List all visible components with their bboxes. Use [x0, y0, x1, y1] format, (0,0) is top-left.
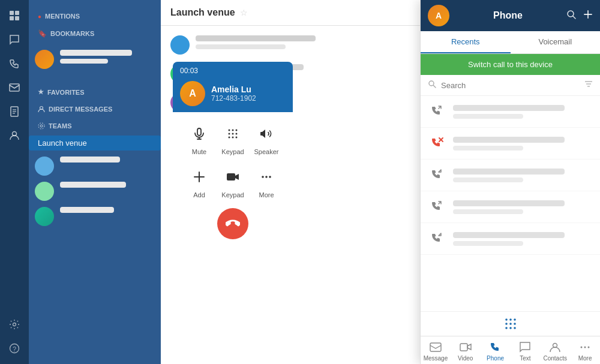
- call-btn-speaker[interactable]: Speaker: [251, 122, 281, 155]
- call-user: A Amelia Lu 712-483-1902: [173, 77, 293, 112]
- video-icon: [221, 165, 245, 189]
- sidebar-icon-person[interactable]: [5, 126, 24, 145]
- svg-rect-2: [10, 16, 14, 20]
- call-user-name: Amelia Lu: [211, 85, 256, 94]
- nav-more[interactable]: More: [570, 336, 600, 364]
- call-btn-add[interactable]: Add: [184, 165, 214, 198]
- svg-point-31: [269, 176, 271, 178]
- call-controls-row-2: Add Keypad: [182, 165, 283, 198]
- tab-recents[interactable]: Recents: [421, 31, 511, 53]
- nav-phone-label: Phone: [487, 355, 504, 362]
- direct-messages-section: DIRECT MESSAGES: [29, 102, 161, 119]
- call-item-1[interactable]: [421, 96, 600, 128]
- channel-item-launch-venue[interactable]: Launch venue: [29, 136, 161, 151]
- end-call-button[interactable]: [217, 208, 248, 239]
- phone-filter-icon[interactable]: [584, 80, 593, 91]
- phone-search-input[interactable]: [441, 81, 580, 90]
- phone-keypad-button[interactable]: [421, 311, 600, 336]
- missed-call-icon: [428, 134, 447, 153]
- phone-search-icon-inline: [428, 80, 436, 91]
- svg-point-59: [581, 347, 583, 348]
- call-btn-video[interactable]: Keypad: [218, 165, 248, 198]
- call-user-phone: 712-483-1902: [211, 94, 256, 103]
- svg-point-47: [505, 318, 508, 321]
- mentions-section: ● MENTIONS: [29, 9, 161, 26]
- phone-header-avatar: A: [428, 5, 449, 26]
- phone-search-icon[interactable]: [566, 10, 576, 22]
- phone-add-icon[interactable]: [583, 10, 593, 22]
- call-item-3[interactable]: [421, 160, 600, 191]
- svg-point-21: [232, 133, 234, 135]
- sidebar-icon-message[interactable]: [5, 78, 24, 97]
- svg-point-61: [588, 347, 590, 348]
- tab-voicemail[interactable]: Voicemail: [511, 31, 601, 53]
- svg-point-40: [429, 81, 434, 86]
- keypad-label: Keypad: [221, 148, 244, 155]
- svg-point-24: [232, 137, 234, 139]
- svg-point-20: [229, 133, 230, 135]
- message-nav-icon: [430, 341, 442, 353]
- sidebar-icon-settings[interactable]: [5, 315, 24, 334]
- svg-point-55: [514, 327, 516, 329]
- call-btn-mute[interactable]: Mute: [184, 122, 214, 155]
- mute-label: Mute: [192, 148, 206, 155]
- call-item-3-details: [453, 169, 593, 182]
- teams-header[interactable]: TEAMS: [38, 122, 152, 130]
- bookmarks-header[interactable]: 🔖 BOOKMARKS: [38, 29, 152, 38]
- call-item-1-details: [453, 105, 593, 119]
- phone-tabs: Recents Voicemail: [421, 31, 600, 54]
- svg-point-23: [229, 137, 230, 139]
- sidebar-icon-phone[interactable]: [5, 54, 24, 73]
- star-icon[interactable]: ☆: [240, 8, 248, 17]
- outgoing-call-icon-2: [428, 229, 447, 248]
- call-user-info: Amelia Lu 712-483-1902: [211, 85, 256, 103]
- call-item-2[interactable]: [421, 128, 600, 160]
- nav-video[interactable]: Video: [451, 336, 481, 364]
- call-timer: 00:03: [173, 62, 293, 77]
- more-icon: [254, 165, 278, 189]
- phone-header-actions: [566, 10, 593, 22]
- favorites-section: ★ FAVORITES: [29, 85, 161, 102]
- phone-call-list: [421, 96, 600, 311]
- nav-contacts-label: Contacts: [543, 355, 566, 362]
- svg-point-29: [262, 176, 264, 178]
- add-icon: [187, 165, 211, 189]
- sidebar-icon-notes[interactable]: [5, 102, 24, 121]
- nav-message-label: Message: [424, 355, 448, 362]
- nav-video-label: Video: [458, 355, 473, 362]
- nav-message[interactable]: Message: [421, 336, 451, 364]
- sidebar-icon-help[interactable]: ?: [5, 339, 24, 358]
- incoming-call-icon-1: [428, 102, 447, 121]
- call-btn-more[interactable]: More: [251, 165, 281, 198]
- svg-point-51: [509, 323, 512, 325]
- call-item-4-details: [453, 200, 593, 214]
- svg-rect-4: [10, 84, 19, 91]
- phone-search-bar: [421, 75, 600, 96]
- nav-contacts[interactable]: Contacts: [540, 336, 570, 364]
- svg-line-37: [573, 16, 575, 19]
- bookmarks-section: 🔖 BOOKMARKS: [29, 26, 161, 44]
- call-controls-row-1: Mute: [182, 122, 283, 155]
- favorites-header[interactable]: ★ FAVORITES: [38, 88, 152, 96]
- mentions-header[interactable]: ● MENTIONS: [38, 13, 152, 20]
- nav-text-label: Text: [520, 355, 530, 362]
- nav-phone[interactable]: Phone: [481, 336, 511, 364]
- call-btn-keypad[interactable]: Keypad: [218, 122, 248, 155]
- sidebar-icon-grid[interactable]: [5, 6, 24, 25]
- more-nav-icon: [579, 341, 591, 353]
- direct-messages-header[interactable]: DIRECT MESSAGES: [38, 106, 152, 113]
- nav-text[interactable]: Text: [510, 336, 540, 364]
- call-item-5-details: [453, 232, 593, 246]
- call-item-2-details: [453, 137, 593, 151]
- svg-point-52: [514, 323, 516, 325]
- speaker-icon: [254, 122, 278, 146]
- outgoing-call-icon-1: [428, 166, 447, 185]
- svg-point-22: [236, 133, 238, 135]
- switch-call-banner[interactable]: Switch call to this device: [421, 54, 600, 75]
- call-item-5[interactable]: [421, 223, 600, 255]
- sidebar-icon-chat[interactable]: [5, 30, 24, 49]
- call-item-4[interactable]: [421, 191, 600, 223]
- phone-header: A Phone: [421, 0, 600, 31]
- svg-point-15: [38, 123, 44, 129]
- svg-rect-56: [430, 343, 441, 351]
